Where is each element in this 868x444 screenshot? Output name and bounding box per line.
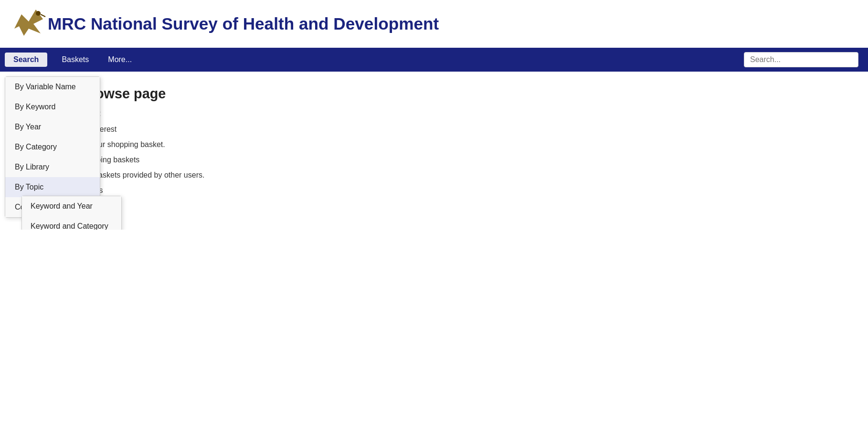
baskets-nav-item[interactable]: Baskets	[52, 48, 98, 72]
svg-point-1	[36, 11, 41, 16]
dropdown-item-by-category[interactable]: By Category	[5, 137, 100, 157]
dropdown-item-by-keyword[interactable]: By Keyword	[5, 97, 100, 117]
dropdown-item-by-year[interactable]: By Year	[5, 117, 100, 137]
dropdown-item-by-topic[interactable]: By Topic	[5, 177, 100, 197]
svg-line-2	[41, 14, 45, 17]
page-header: MRC National Survey of Health and Develo…	[0, 0, 868, 48]
search-nav-button[interactable]: Search	[5, 53, 47, 67]
submenu-keyword-and-year[interactable]: Keyword and Year	[22, 196, 121, 216]
submenu-keyword-and-category[interactable]: Keyword and Category	[22, 216, 121, 230]
main-navbar: Search By Variable Name By Keyword By Ye…	[0, 48, 868, 72]
more-nav-item[interactable]: More...	[98, 48, 141, 72]
dropdown-item-by-variable-name[interactable]: By Variable Name	[5, 77, 100, 97]
navbar-search-input[interactable]	[744, 52, 858, 67]
dropdown-item-by-library[interactable]: By Library	[5, 157, 100, 177]
logo-bird-icon	[10, 5, 48, 43]
combinations-submenu: Keyword and Year Keyword and Category Ye…	[21, 196, 122, 230]
site-title: MRC National Survey of Health and Develo…	[48, 14, 439, 33]
